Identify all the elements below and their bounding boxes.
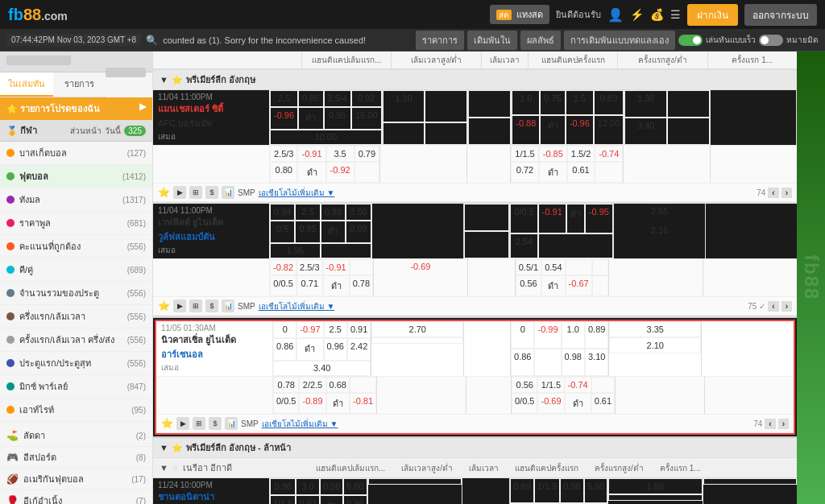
hl-ht8[interactable]: 3.10	[585, 349, 608, 376]
fast-bet-toggle-switch[interactable]	[678, 35, 703, 46]
s2m1-ht4[interactable]: 5.60	[584, 478, 607, 503]
s2m1-h3[interactable]: 0.96	[320, 478, 343, 495]
hl-sub5[interactable]: -0.89	[299, 393, 325, 414]
more-link-m2[interactable]: เอเชียโลไม้เพิ่มเติม ▼	[259, 300, 335, 312]
match1-team2[interactable]: AFC บอร์นมัท	[158, 116, 264, 130]
logout-button[interactable]: ออกจากระบบ	[744, 4, 817, 26]
s2m1-h7[interactable]: ดำ	[320, 495, 343, 504]
s2m1-h4[interactable]: 6.60	[343, 478, 367, 495]
smp-label-hl[interactable]: SMP	[241, 419, 259, 428]
m1-h1-r3[interactable]: 0.95	[324, 107, 351, 129]
m2-h2[interactable]: 2.5	[295, 204, 320, 221]
m2-h8[interactable]: 0.99	[346, 221, 371, 242]
sidebar-item-american-football[interactable]: 🏈 อเมริกันฟุตบอล (17)	[0, 469, 152, 490]
tv-icon-m1[interactable]: ▶	[173, 186, 186, 199]
hl-ht4[interactable]: 0.89	[585, 321, 608, 349]
s2m1-h2[interactable]: 3.0	[296, 478, 319, 495]
hl-ht2[interactable]: -0.99	[534, 321, 561, 349]
m2-h1[interactable]: 0.94	[270, 204, 295, 221]
m1-sub-h2[interactable]: 3.5	[326, 146, 354, 162]
sidebar-item-basketball[interactable]: บาสเก็ตบอล (127)	[0, 142, 152, 165]
hl-h7[interactable]: 0.96	[324, 338, 347, 360]
hl-sub1[interactable]: 0.78	[273, 377, 299, 393]
sidebar-item-correct-score[interactable]: คะแนนที่ถูกต้อง (556)	[0, 235, 152, 258]
m1-sub-h1[interactable]: 2.5/3	[270, 146, 297, 162]
m2-ht2[interactable]: -0.91	[538, 204, 566, 233]
m2-ht1[interactable]: 0/0.5	[510, 204, 537, 233]
m1-sub-o1[interactable]: -0.91	[297, 146, 325, 162]
hl-sub4[interactable]: 0/0.5	[273, 393, 299, 414]
hl-h8[interactable]: 2.42	[347, 338, 371, 360]
sidebar-item-pool[interactable]: ราคาพูล (681)	[0, 212, 152, 235]
hl-ht3[interactable]: 1.0	[562, 321, 585, 349]
m1-sub-htr1[interactable]: 1/1.5	[511, 146, 538, 162]
m1-sub-htr7[interactable]: 0.61	[567, 162, 595, 183]
hl-sub3[interactable]: 0.68	[326, 377, 350, 393]
sidebar-item-ht-cs[interactable]: ครั้งแรก/เล้มเวลา ครึ่ง/ส่ง (556)	[0, 328, 152, 352]
prev-btn-hl[interactable]: ‹	[765, 419, 775, 429]
m1-hth-r3[interactable]: -0.96	[566, 115, 594, 145]
s2m1-ht3[interactable]: 0.96	[560, 478, 583, 503]
sidebar-item-football[interactable]: ฟุตบอล (1412)	[0, 165, 152, 188]
custom-bet-btn[interactable]: การเดิมพันแบบทดแลงเอง	[564, 31, 675, 50]
next-btn-m1[interactable]: ›	[781, 188, 792, 198]
m1-ou1-o1[interactable]: 1.10	[383, 90, 425, 122]
m1-hth-o3[interactable]: 1.5	[566, 90, 594, 115]
mode-toggle-switch[interactable]	[759, 35, 783, 46]
sidebar-item-total-goals[interactable]: จำนวนรวมของประตู (556)	[0, 282, 152, 305]
next-btn-hl[interactable]: ›	[778, 419, 789, 429]
m2-h4[interactable]: 3.50	[346, 204, 371, 221]
hl-sub7[interactable]: -0.81	[350, 393, 376, 414]
match2-team1[interactable]: เวฟฟิลด์ ยูไนเต็ด	[158, 215, 264, 229]
m2-sub7[interactable]: ดำ	[323, 275, 350, 296]
m2-ht3[interactable]: ดำ	[566, 204, 585, 233]
menu-icon[interactable]: ☰	[670, 8, 681, 21]
chart-icon-m2[interactable]: 📊	[222, 300, 234, 312]
m1-sub-htr4[interactable]: -0.74	[595, 146, 623, 162]
s2m1-h5[interactable]: 1/1.5	[270, 495, 296, 504]
sidebar-item-first-half[interactable]: ครึ่งแรก/เล้มเวลา (556)	[0, 305, 152, 328]
hl-ht6[interactable]	[534, 349, 561, 376]
hl-ht7[interactable]: 0.98	[562, 349, 585, 376]
m1-h1-r4[interactable]: 15.00	[351, 107, 382, 129]
m1-sub-r1[interactable]: 0.80	[270, 162, 297, 183]
m1-hth-o1[interactable]: 1.0	[512, 90, 540, 115]
hl-sub6[interactable]: ดำ	[326, 393, 350, 414]
table-icon-hl[interactable]: ⊞	[193, 417, 205, 430]
star-icon-hl[interactable]: ⭐	[161, 418, 173, 429]
s2m1-ht2[interactable]: 1/1.5	[534, 478, 560, 503]
hl-h5[interactable]: 0.86	[273, 338, 296, 360]
m2-ht4[interactable]: -0.95	[585, 204, 613, 233]
m2-sub6[interactable]: 0.71	[296, 275, 322, 296]
m2-h3[interactable]: 0.88	[321, 204, 346, 221]
s2m1-h6[interactable]: 0.93	[296, 495, 319, 504]
m2-h5[interactable]: 0.5	[270, 221, 295, 242]
hl-h6[interactable]: ดำ	[296, 338, 323, 360]
mode-toggle[interactable]: หมายมิด	[759, 34, 819, 46]
m2-sub2[interactable]: 2.5/3	[296, 259, 322, 275]
tv-icon-m2[interactable]: ▶	[173, 300, 186, 312]
star-icon-m2[interactable]: ⭐	[158, 300, 170, 312]
sidebar-item-outright[interactable]: เอาท์ไรท์ (95)	[0, 399, 152, 422]
match1-team1[interactable]: แมนเชสเตอร์ ซิตี้	[158, 101, 264, 116]
m1-sub-r3[interactable]: -0.92	[326, 162, 354, 183]
chart-icon-m1[interactable]: 📊	[222, 186, 234, 199]
m1-sub-htr5[interactable]: 0.72	[511, 162, 538, 183]
hl-h2[interactable]: -0.97	[296, 321, 323, 338]
s2m1-team1[interactable]: ชานตอนิตาน่า	[158, 490, 264, 504]
favorites-header[interactable]: ⭐ รายการโปรดของฉัน ▶	[0, 97, 152, 120]
m1-hth-r1[interactable]: -0.88	[512, 115, 540, 145]
live-bet-btn[interactable]: สด แทงสด	[490, 5, 549, 24]
s2m1-ht1[interactable]: 0.89	[510, 478, 533, 503]
smp-label-m2[interactable]: SMP	[238, 302, 255, 311]
sidebar-item-golf[interactable]: ⛳ ลัดดา (2)	[0, 425, 152, 447]
m2-sub4[interactable]	[350, 259, 373, 275]
star-s2[interactable]: ⭐	[172, 443, 183, 453]
m1-ou2-o1[interactable]: 1.38	[624, 90, 667, 118]
m1-hth-o2[interactable]: 0.75	[540, 90, 565, 115]
price-btn[interactable]: ราคาการ	[416, 31, 464, 50]
m1-hth-o4[interactable]: 0.83	[594, 90, 624, 115]
tab-schedule[interactable]: รายการ	[53, 72, 106, 97]
sidebar-item-esports[interactable]: 🎮 อีสปอร์ต (8)	[0, 447, 152, 469]
prev-btn-m1[interactable]: ‹	[768, 188, 778, 198]
